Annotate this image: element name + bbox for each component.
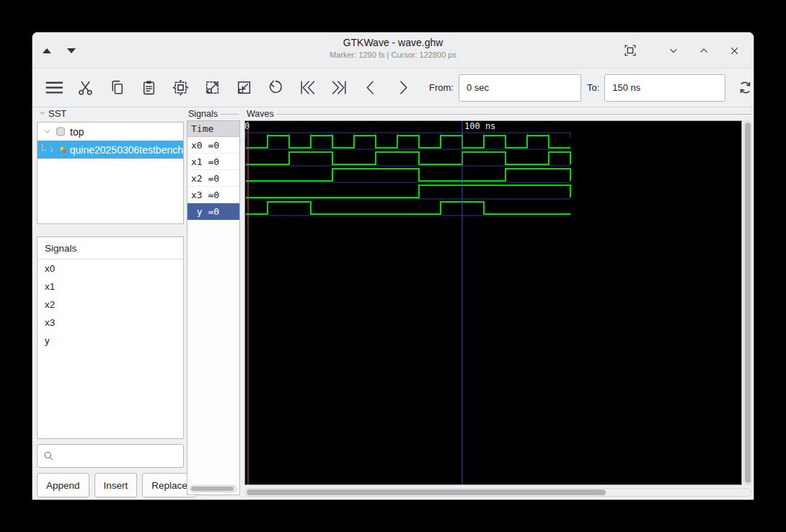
facility-item-x0[interactable]: x0 [37,260,183,278]
zoom-fit-button[interactable] [169,77,191,99]
facility-item-y[interactable]: y [37,332,183,350]
scissors-icon [76,79,94,97]
signals-frame-label: Signals [188,109,239,119]
gtkwave-window: GTKWave - wave.ghw Marker: 1290 fs | Cur… [32,32,754,500]
action-buttons: Append Insert Replace [37,473,184,497]
paste-button[interactable] [138,77,159,99]
database-icon [55,126,66,138]
zoom-in-button[interactable] [201,77,223,99]
tile-icon [622,43,638,58]
sst-header-label: SST [48,108,66,119]
close-button[interactable] [726,43,742,58]
signal-value-row-y[interactable]: y =0 [187,203,239,220]
append-button[interactable]: Append [37,473,89,497]
signal-value-row-x3[interactable]: x3 =0 [187,187,239,203]
from-label: From: [429,82,454,93]
scrollbar-thumb[interactable] [745,123,751,483]
cut-button[interactable] [74,77,96,99]
tree-item-testbench[interactable]: quine20250306testbench [37,141,183,159]
chevron-down-icon[interactable] [43,126,51,138]
waves-hscrollbar[interactable] [244,488,752,497]
zoom-out-button[interactable] [233,77,255,99]
menu-icon [45,79,63,97]
sst-tree: top quine20250306testbench [37,122,184,224]
chevron-down-icon [38,108,46,119]
copy-button[interactable] [106,77,128,99]
jump-to-start-icon [299,79,317,97]
facility-list: Signals x0 x1 x2 x3 y [37,236,184,439]
step-left-button[interactable] [360,77,381,99]
waves-frame-label: Waves [247,109,751,119]
chevron-down-icon [667,44,680,57]
reload-button[interactable] [734,77,754,99]
signal-value-row-x1[interactable]: x1 =0 [187,154,239,170]
undo-icon [267,79,285,97]
chevron-up-icon [697,44,710,57]
zoom-in-icon [203,79,221,97]
paste-icon [140,79,158,97]
insert-button[interactable]: Insert [94,473,138,497]
menu-button[interactable] [43,77,64,99]
signal-pane-hscrollbar[interactable] [190,485,237,492]
maximize-button[interactable] [696,43,712,58]
zoom-fit-icon [172,79,190,97]
shade-up-button[interactable] [43,48,51,53]
minimize-button[interactable] [666,43,681,58]
close-icon [728,45,741,57]
waveform-canvas[interactable]: 0100 ns [244,120,742,485]
chevron-left-icon [362,79,380,97]
chevron-right-icon [394,79,412,97]
copy-icon [108,79,126,97]
to-input[interactable] [604,74,725,102]
time-header[interactable]: Time [187,121,239,137]
search-icon [43,451,54,461]
jump-to-end-button[interactable] [328,77,350,99]
zoom-out-icon [235,79,253,97]
shade-down-button[interactable] [67,48,76,53]
undo-button[interactable] [265,77,286,99]
waveform-traces: 0100 ns [245,121,741,484]
signal-value-row-x2[interactable]: x2 =0 [187,170,239,187]
facility-item-x3[interactable]: x3 [37,314,183,332]
facility-item-x2[interactable]: x2 [37,296,183,314]
chevron-right-icon[interactable] [48,144,56,156]
module-icon [58,143,66,156]
svg-text:100 ns: 100 ns [464,121,495,131]
svg-text:0: 0 [245,121,250,131]
scrollbar-thumb[interactable] [247,489,606,495]
tree-item-top[interactable]: top [37,123,183,141]
sst-expander[interactable]: SST [38,108,66,119]
tree-connector [42,144,46,151]
waves-vscrollbar[interactable] [743,120,752,485]
from-input[interactable] [459,74,581,102]
tile-window-button[interactable] [622,43,638,58]
titlebar[interactable]: GTKWave - wave.ghw Marker: 1290 fs | Cur… [32,32,754,68]
tree-item-label: quine20250306testbench [70,144,183,156]
reload-icon [736,79,754,97]
jump-to-end-icon [330,79,348,97]
step-right-button[interactable] [392,77,413,99]
jump-to-start-button[interactable] [296,77,318,99]
search-input[interactable] [58,450,183,462]
signal-search[interactable] [37,444,184,468]
toolbar: From: To: [32,68,754,107]
scrollbar-thumb[interactable] [191,487,234,491]
facility-item-x1[interactable]: x1 [37,278,183,296]
tree-item-label: top [70,126,84,138]
signal-value-row-x0[interactable]: x0 =0 [187,137,239,154]
to-label: To: [587,82,599,93]
signal-value-pane: Time x0 =0 x1 =0 x2 =0 x3 =0 y =0 [187,120,240,495]
facility-list-header: Signals [37,237,183,260]
